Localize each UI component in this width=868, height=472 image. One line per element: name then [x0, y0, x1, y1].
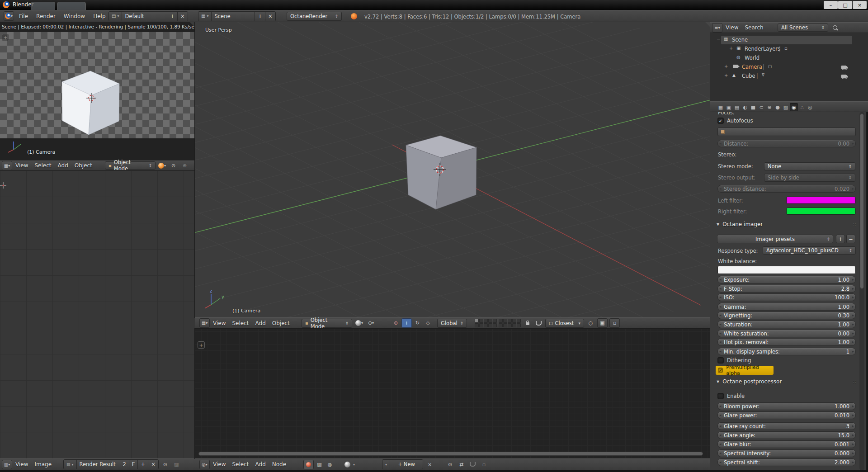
properties-tab-render-layers[interactable]: ▣	[725, 103, 733, 111]
focal-object-picker[interactable]	[717, 127, 856, 136]
postprocessor-enable-row[interactable]: Enable	[717, 393, 745, 399]
properties-tab-texture[interactable]: ▨	[782, 103, 790, 111]
properties-tab-particles[interactable]: ∴	[798, 103, 806, 111]
info-editor-type-button[interactable]: ▾	[4, 11, 14, 21]
tree-label[interactable]: Cube	[742, 73, 755, 79]
menu-help[interactable]: Help	[90, 12, 108, 20]
menu-view[interactable]: View	[210, 460, 229, 468]
dithering-row[interactable]: Dithering	[717, 357, 751, 363]
manipulator-toggle-button[interactable]: ⊕	[391, 319, 401, 327]
properties-panel[interactable]: Focus: ✓ Autofocus Distance: 0.00 Stereo…	[710, 112, 866, 470]
distance-field[interactable]: Distance: 0.00	[717, 140, 856, 147]
transform-orientation-select[interactable]: Global ⇕	[437, 319, 467, 328]
snap-element-select[interactable]: □ Closest ▾	[545, 319, 584, 328]
menu-select[interactable]: Select	[31, 161, 54, 170]
properties-tab-constraints[interactable]: ⊂	[757, 103, 765, 111]
window-minimize-button[interactable]: –	[824, 1, 838, 9]
editor-type-button-outliner[interactable]: ≡ ▾	[712, 23, 722, 33]
panel-drag-dots-icon[interactable]: ∷	[853, 379, 857, 384]
menu-object[interactable]: Object	[269, 319, 293, 327]
properties-tab-object[interactable]: ■	[749, 103, 757, 111]
menu-view[interactable]: View	[12, 161, 31, 170]
premultiplied-alpha-row[interactable]: ✓ Premultiplied alpha	[716, 366, 774, 375]
menu-add[interactable]: Add	[252, 319, 269, 327]
slider-hot-pix-removal[interactable]: Hot pix. removal: 1.00	[717, 338, 856, 346]
menu-add[interactable]: Add	[252, 460, 269, 468]
world-nodes-toggle[interactable]: ◍	[325, 460, 335, 469]
scene-browse-button[interactable]: ▦ ▾	[198, 12, 212, 21]
octane-imager-panel-header[interactable]: ▼ Octane imager ∷	[717, 221, 857, 227]
window-close-button[interactable]: ×	[853, 1, 867, 9]
properties-tab-material[interactable]: ●	[774, 103, 782, 111]
3d-viewport-region[interactable]: z y User Persp (1) Camera	[195, 22, 710, 317]
menu-window[interactable]: Window	[61, 12, 88, 20]
tree-row-renderlayers[interactable]: + ▣ RenderLayers | ▫	[710, 45, 868, 54]
shader-nodes-toggle[interactable]	[303, 460, 314, 469]
checkbox-unchecked[interactable]	[717, 393, 724, 399]
material-new-button[interactable]: + New	[390, 460, 423, 469]
slider-glare-angle[interactable]: Glare angle: 15.0	[717, 431, 856, 439]
screen-layout-delete-button[interactable]: ×	[178, 12, 188, 21]
properties-tab-world[interactable]: ◐	[741, 103, 749, 111]
checkbox-checked[interactable]: ✓	[717, 118, 724, 124]
tree-row-world[interactable]: ◍ World	[710, 54, 868, 63]
right-filter-color-swatch[interactable]	[786, 208, 856, 215]
menu-search[interactable]: Search	[741, 24, 766, 32]
checkbox-checked[interactable]: ✓	[718, 368, 723, 373]
opengl-render-button[interactable]: ▣	[597, 318, 608, 328]
screen-layout-name[interactable]: Default	[122, 12, 167, 21]
editor-type-button-image[interactable]: ▥ ▾	[2, 460, 12, 469]
scene-name[interactable]: Scene	[212, 12, 255, 21]
menu-object[interactable]: Object	[71, 161, 95, 170]
expand-icon[interactable]: +	[724, 64, 728, 69]
mode-select[interactable]: ▪ Object Mode ⇕	[302, 319, 352, 328]
slider-spectral-intensity[interactable]: Spectral intensity: 0.000	[717, 449, 856, 457]
tree-label[interactable]: Camera	[742, 64, 762, 70]
pin-icon[interactable]: ⊙	[445, 460, 455, 469]
menu-select[interactable]: Select	[229, 319, 252, 327]
tree-label[interactable]: World	[745, 55, 760, 61]
layers-widget[interactable]	[475, 319, 521, 327]
snap-magnet-icon[interactable]	[534, 319, 543, 327]
imager-presets-select[interactable]: Imager presets ⇕	[717, 235, 833, 243]
image-new-button[interactable]: +	[138, 460, 148, 469]
menu-image[interactable]: Image	[31, 460, 55, 468]
image-editor-region[interactable]	[0, 170, 195, 459]
collapse-icon[interactable]: −	[717, 37, 720, 42]
background-tab[interactable]	[57, 2, 86, 10]
menu-file[interactable]: File	[16, 12, 31, 20]
slider-saturation[interactable]: Saturation: 1.00	[717, 321, 856, 328]
properties-tab-physics[interactable]: ◎	[806, 103, 814, 111]
viewport-shading-button[interactable]: ▾	[354, 319, 364, 327]
render-visibility-icon[interactable]	[841, 66, 846, 69]
checkbox-unchecked[interactable]	[717, 357, 724, 363]
opengl-render-anim-button[interactable]: ▫	[609, 318, 620, 328]
image-datablock-name[interactable]: Render Result	[77, 460, 120, 469]
stereo-distance-field[interactable]: Stereo distance: 0.020	[717, 185, 856, 193]
slider-glare-power[interactable]: Glare power: 0.010	[717, 411, 856, 419]
node-horizontal-scrollbar[interactable]	[198, 452, 703, 456]
shading-sphere-icon[interactable]	[343, 460, 352, 469]
material-browse-button[interactable]: ▾	[382, 460, 390, 469]
menu-select[interactable]: Select	[229, 460, 252, 468]
menu-view[interactable]: View	[722, 24, 741, 32]
slider-white-saturation[interactable]: White saturation: 0.00	[717, 330, 856, 337]
white-balance-color-swatch[interactable]	[717, 266, 856, 274]
image-browse-button[interactable]: ▥ ▾	[64, 460, 77, 469]
preset-add-button[interactable]: +	[836, 235, 845, 243]
translate-manipulator-button[interactable]: +	[401, 318, 412, 328]
scale-manipulator-button[interactable]: ◇	[423, 319, 433, 327]
unlink-button[interactable]: ×	[425, 460, 434, 469]
screen-layout-add-button[interactable]: +	[167, 12, 178, 21]
properties-scrollbar-thumb[interactable]	[860, 113, 864, 289]
slider-bloom-power[interactable]: Bloom power: 1.000	[717, 402, 856, 410]
slider-fstop[interactable]: F-Stop: 2.8	[717, 285, 856, 293]
render-engine-select[interactable]: OctaneRender ⇕	[287, 12, 342, 21]
properties-tab-modifiers[interactable]: ⊕	[765, 103, 774, 111]
region-corner-grip[interactable]	[705, 22, 710, 27]
image-pin-icon[interactable]: ⊙	[160, 460, 170, 469]
expand-icon[interactable]: +	[724, 73, 728, 78]
menu-render[interactable]: Render	[33, 12, 59, 20]
mode-select[interactable]: ▪ Object Mode ⇕	[105, 161, 156, 170]
expand-icon[interactable]: +	[729, 46, 733, 51]
